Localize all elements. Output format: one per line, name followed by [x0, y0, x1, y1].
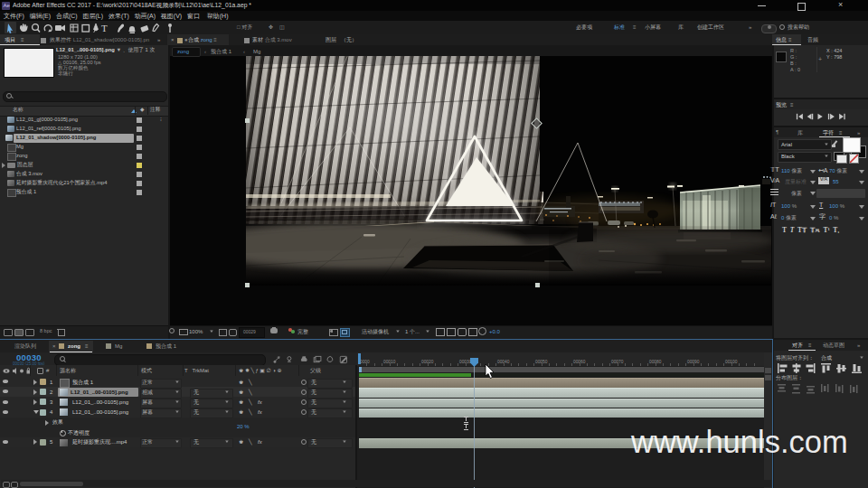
svg-text:T: T	[101, 23, 108, 33]
